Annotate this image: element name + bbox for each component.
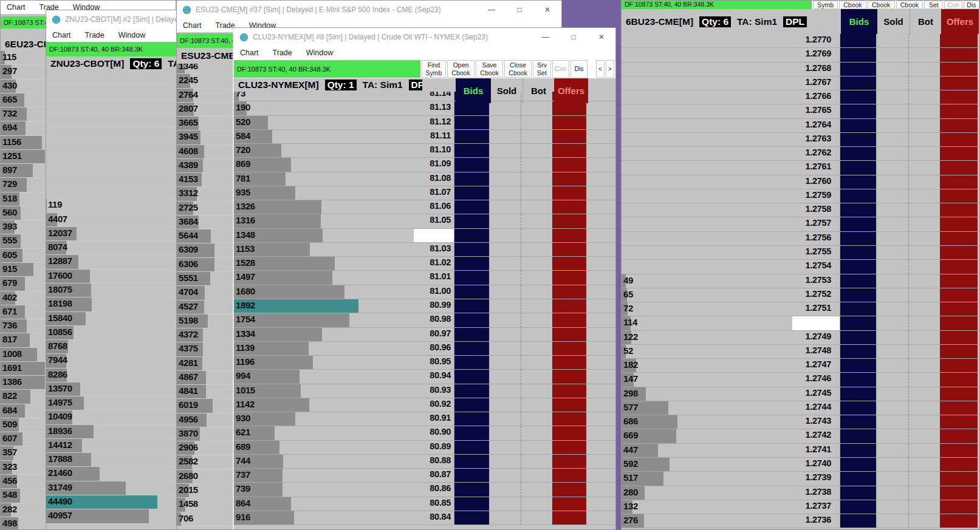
ladder-row[interactable]: 52081.12 bbox=[234, 116, 615, 130]
price-volume-zone[interactable]: 5171.2739 bbox=[622, 472, 840, 485]
ladder-row[interactable]: 58481.11 bbox=[234, 130, 615, 144]
price-value[interactable]: 81.10 bbox=[430, 144, 451, 154]
find-symbol-button[interactable]: Find Symb bbox=[422, 60, 446, 78]
sold-cell[interactable] bbox=[489, 328, 521, 341]
price-volume-zone[interactable]: 1.2754 bbox=[622, 260, 840, 273]
price-value[interactable]: 1.2749 bbox=[805, 331, 831, 341]
offers-cell[interactable] bbox=[940, 189, 978, 203]
price-volume-zone[interactable]: 721.2751 bbox=[622, 302, 840, 316]
offers-cell[interactable] bbox=[552, 328, 586, 341]
sold-cell[interactable] bbox=[876, 76, 908, 90]
sold-cell[interactable] bbox=[876, 387, 908, 401]
sold-cell[interactable] bbox=[876, 486, 908, 500]
bot-cell[interactable] bbox=[908, 76, 940, 90]
menu-item-window[interactable]: Window bbox=[306, 49, 333, 57]
price-value[interactable]: 80.85 bbox=[430, 498, 451, 508]
price-value[interactable]: 80.96 bbox=[430, 342, 451, 352]
bids-cell[interactable] bbox=[840, 288, 876, 302]
bot-cell[interactable] bbox=[521, 342, 552, 355]
price-volume-zone[interactable]: 4471.2741 bbox=[622, 444, 840, 457]
price-value[interactable]: 80.92 bbox=[430, 399, 451, 409]
price-value[interactable]: 80.98 bbox=[430, 314, 451, 324]
price-volume-zone[interactable]: 1.2760 bbox=[622, 175, 840, 189]
bot-cell[interactable] bbox=[521, 257, 552, 270]
ladder-row[interactable]: 1.2754 bbox=[622, 260, 979, 274]
price-value[interactable]: 1.2764 bbox=[805, 120, 831, 129]
price-volume-zone[interactable]: 1.2763 bbox=[622, 133, 840, 146]
bot-cell[interactable] bbox=[521, 511, 552, 525]
price-value[interactable]: 80.90 bbox=[430, 427, 451, 437]
offers-cell[interactable] bbox=[940, 104, 978, 118]
bids-cell[interactable] bbox=[840, 175, 876, 189]
price-value[interactable]: 1.2738 bbox=[805, 487, 831, 497]
last-price-cell[interactable] bbox=[792, 316, 840, 330]
sold-cell[interactable] bbox=[876, 444, 908, 457]
price-value[interactable]: 1.2763 bbox=[805, 134, 831, 143]
ladder-row[interactable]: 2801.2738 bbox=[622, 486, 979, 500]
ladder-row[interactable]: 133480.97 bbox=[234, 328, 615, 342]
bids-cell[interactable] bbox=[454, 299, 489, 313]
price-value[interactable]: 80.93 bbox=[430, 385, 451, 395]
offers-cell[interactable] bbox=[940, 48, 978, 61]
price-volume-zone[interactable]: 91680.84 bbox=[234, 511, 454, 525]
price-value[interactable]: 1.2770 bbox=[805, 35, 831, 44]
sold-cell[interactable] bbox=[876, 203, 908, 217]
bot-cell[interactable] bbox=[908, 161, 940, 174]
bot-cell[interactable] bbox=[521, 370, 552, 383]
price-volume-zone[interactable]: 68980.89 bbox=[234, 441, 454, 454]
sold-cell[interactable] bbox=[489, 214, 521, 228]
price-volume-zone[interactable]: 58481.11 bbox=[234, 130, 454, 143]
price-volume-zone[interactable]: 1821.2747 bbox=[622, 359, 840, 372]
bot-cell[interactable] bbox=[521, 313, 552, 327]
bot-cell[interactable] bbox=[521, 455, 552, 468]
column-header-sold[interactable]: Sold bbox=[877, 9, 910, 34]
bot-cell[interactable] bbox=[521, 144, 552, 157]
bot-cell[interactable] bbox=[521, 483, 552, 496]
price-volume-zone[interactable]: 1.2766 bbox=[622, 90, 840, 104]
price-volume-zone[interactable]: 1.2761 bbox=[622, 161, 840, 174]
price-value[interactable]: 1.2742 bbox=[805, 430, 831, 440]
price-value[interactable]: 1.2736 bbox=[805, 515, 831, 525]
ladder-row[interactable]: 1348 bbox=[234, 229, 615, 243]
bids-cell[interactable] bbox=[454, 398, 489, 412]
ladder-row[interactable]: 1321.2737 bbox=[622, 500, 979, 514]
close-button[interactable]: ✕ bbox=[533, 1, 561, 19]
offers-cell[interactable] bbox=[552, 398, 586, 412]
bids-cell[interactable] bbox=[840, 472, 876, 485]
bids-cell[interactable] bbox=[840, 458, 876, 471]
bot-cell[interactable] bbox=[521, 426, 552, 440]
ladder-row[interactable]: 175480.98 bbox=[234, 313, 615, 327]
offers-cell[interactable] bbox=[552, 441, 586, 454]
sold-cell[interactable] bbox=[876, 90, 908, 104]
column-header-bids[interactable]: Bids bbox=[841, 9, 877, 34]
price-volume-zone[interactable]: 152881.02 bbox=[234, 257, 454, 270]
price-volume-zone[interactable]: 115381.03 bbox=[234, 243, 454, 256]
offers-cell[interactable] bbox=[940, 444, 978, 457]
bot-cell[interactable] bbox=[908, 217, 940, 231]
bot-cell[interactable] bbox=[908, 119, 940, 132]
price-value[interactable]: 1.2758 bbox=[805, 204, 831, 214]
sold-cell[interactable] bbox=[489, 101, 521, 115]
price-value[interactable]: 1.2753 bbox=[805, 275, 831, 285]
bot-cell[interactable] bbox=[521, 384, 552, 398]
sold-cell[interactable] bbox=[876, 217, 908, 231]
price-value[interactable]: 80.86 bbox=[430, 483, 451, 493]
price-volume-zone[interactable]: 175480.98 bbox=[234, 313, 454, 327]
bot-cell[interactable] bbox=[521, 172, 552, 186]
bot-cell[interactable] bbox=[521, 130, 552, 143]
ladder-row[interactable]: 131681.05 bbox=[234, 214, 615, 228]
menu-item-trade[interactable]: Trade bbox=[85, 31, 105, 39]
offers-cell[interactable] bbox=[940, 217, 978, 231]
price-value[interactable]: 81.01 bbox=[430, 271, 451, 281]
bot-cell[interactable] bbox=[908, 147, 940, 160]
price-value[interactable]: 1.2746 bbox=[805, 373, 831, 383]
offers-cell[interactable] bbox=[940, 288, 978, 302]
offers-cell[interactable] bbox=[940, 302, 978, 316]
bids-cell[interactable] bbox=[454, 257, 489, 270]
bot-cell[interactable] bbox=[908, 302, 940, 316]
column-header-bot[interactable]: Bot bbox=[523, 78, 554, 103]
connect-button[interactable]: Con bbox=[944, 1, 962, 9]
price-volume-zone[interactable]: 1.2756 bbox=[622, 232, 840, 245]
bot-cell[interactable] bbox=[908, 429, 940, 443]
ladder-row[interactable]: 2981.2745 bbox=[622, 387, 979, 401]
